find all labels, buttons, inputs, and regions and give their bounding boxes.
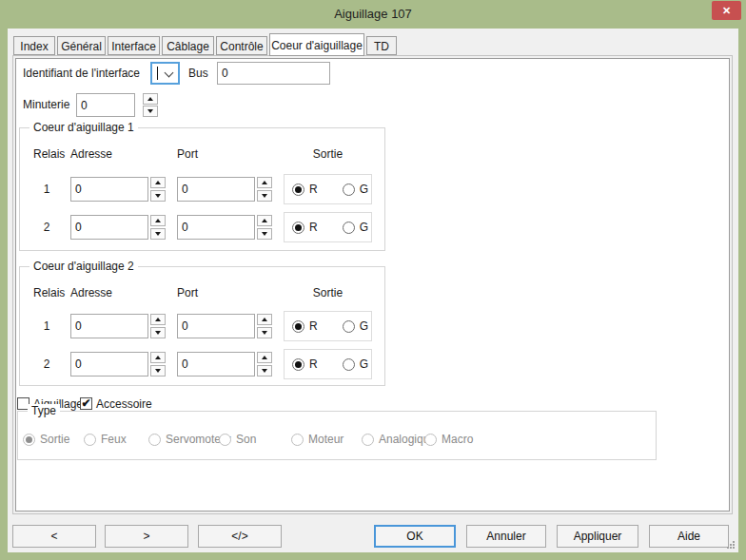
sortie-radio-group: R G — [284, 349, 372, 379]
adresse-spinner[interactable] — [150, 215, 166, 240]
relais-row: 2 R — [20, 352, 384, 377]
relais-number: 1 — [39, 177, 54, 202]
nav-code-button[interactable]: </> — [198, 525, 282, 548]
adresse-spinner[interactable] — [150, 314, 166, 338]
help-button[interactable]: Aide — [649, 525, 729, 548]
port-input[interactable] — [177, 177, 255, 202]
cancel-button[interactable]: Annuler — [466, 525, 546, 548]
spinner-down-icon[interactable] — [257, 190, 272, 202]
sortie-radio-group: R G — [284, 311, 372, 341]
ok-button[interactable]: OK — [374, 525, 456, 548]
port-input[interactable] — [177, 314, 255, 338]
spinner-down-icon[interactable] — [257, 327, 272, 338]
radio-r[interactable]: R — [292, 357, 318, 371]
spinner-down-icon[interactable] — [143, 106, 158, 117]
port-input[interactable] — [177, 352, 255, 377]
spinner-down-icon[interactable] — [257, 365, 272, 377]
apply-button[interactable]: Appliquer — [557, 525, 638, 548]
radio-r-label: R — [309, 319, 318, 333]
radio-type-moteur: Moteur — [291, 433, 344, 446]
relais-number: 2 — [39, 215, 54, 240]
group-coeur-aiguillage-1: Coeur d'aiguillage 1 Relais Adresse Port… — [19, 127, 385, 251]
relais-row: 1 R — [20, 314, 384, 338]
adresse-input[interactable] — [70, 215, 148, 240]
adresse-spinner[interactable] — [150, 177, 166, 202]
spinner-up-icon[interactable] — [257, 352, 272, 363]
checkbox-accessoire[interactable]: ✔ Accessoire — [80, 396, 152, 411]
interface-id-label: Identifiant de l'interface — [23, 62, 140, 85]
group-coeur-aiguillage-2: Coeur d'aiguillage 2 Relais Adresse Port… — [19, 266, 385, 386]
spinner-up-icon[interactable] — [150, 215, 166, 226]
checkbox-label: Accessoire — [96, 397, 152, 411]
radio-g-label: G — [360, 357, 368, 371]
spinner-down-icon[interactable] — [150, 228, 166, 240]
tab-general[interactable]: Général — [57, 36, 106, 55]
radio-g[interactable]: G — [343, 221, 368, 234]
radio-checked-icon — [23, 434, 35, 446]
radio-g[interactable]: G — [343, 357, 368, 371]
header-adresse: Adresse — [70, 286, 112, 299]
adresse-input[interactable] — [70, 314, 148, 338]
radio-checked-icon — [292, 222, 304, 234]
spinner-up-icon[interactable] — [143, 93, 158, 105]
group-type: Type Sortie Feux Servomoteur Son — [17, 411, 657, 460]
close-button[interactable]: ✕ — [712, 1, 741, 20]
radio-unchecked-icon — [424, 434, 437, 446]
radio-r-label: R — [309, 357, 318, 371]
radio-unchecked-icon — [343, 222, 355, 234]
radio-r[interactable]: R — [292, 183, 318, 196]
spinner-up-icon[interactable] — [150, 352, 166, 363]
tab-cablage[interactable]: Câblage — [162, 36, 214, 55]
header-port: Port — [177, 147, 198, 161]
spinner-up-icon[interactable] — [257, 177, 272, 188]
chevron-down-icon — [165, 68, 174, 78]
radio-type-feux: Feux — [84, 433, 127, 446]
adresse-spinner[interactable] — [150, 352, 166, 377]
port-input[interactable] — [177, 215, 255, 240]
spinner-down-icon[interactable] — [150, 365, 166, 377]
tab-controle[interactable]: Contrôle — [216, 36, 267, 55]
radio-g[interactable]: G — [343, 183, 368, 196]
radio-r-label: R — [309, 221, 318, 234]
nav-back-button[interactable]: < — [12, 525, 96, 548]
port-spinner[interactable] — [257, 352, 272, 377]
spinner-up-icon[interactable] — [150, 314, 166, 325]
nav-forward-button[interactable]: > — [105, 525, 188, 548]
tab-coeur-aiguillage[interactable]: Coeur d'aiguillage — [269, 33, 364, 56]
port-spinner[interactable] — [257, 314, 272, 338]
radio-g[interactable]: G — [343, 319, 368, 333]
spinner-up-icon[interactable] — [150, 177, 166, 188]
resize-grip[interactable] — [733, 541, 735, 543]
interface-id-combobox[interactable] — [150, 62, 180, 85]
dialog-client: Index Général Interface Câblage Contrôle… — [8, 29, 738, 552]
radio-r[interactable]: R — [292, 221, 318, 234]
port-spinner[interactable] — [257, 177, 272, 202]
tab-interface[interactable]: Interface — [108, 36, 160, 55]
radio-g-label: G — [360, 221, 368, 234]
minuterie-input[interactable] — [76, 93, 135, 117]
radio-checked-icon — [292, 358, 304, 371]
radio-type-sortie: Sortie — [23, 433, 69, 446]
spinner-up-icon[interactable] — [257, 215, 272, 226]
radio-r[interactable]: R — [292, 319, 318, 333]
bus-input[interactable] — [217, 62, 330, 85]
header-relais: Relais — [33, 147, 65, 161]
port-spinner[interactable] — [257, 215, 272, 240]
radio-label: Feux — [101, 433, 127, 446]
adresse-input[interactable] — [70, 177, 148, 202]
radio-type-macro: Macro — [424, 433, 473, 446]
spinner-down-icon[interactable] — [150, 190, 166, 202]
spinner-down-icon[interactable] — [150, 327, 166, 338]
adresse-input[interactable] — [70, 352, 148, 377]
spinner-up-icon[interactable] — [257, 314, 272, 325]
header-sortie: Sortie — [284, 147, 372, 161]
minuterie-spinner[interactable] — [143, 93, 158, 117]
tab-td[interactable]: TD — [366, 36, 397, 55]
radio-unchecked-icon — [343, 358, 355, 371]
radio-unchecked-icon — [343, 183, 355, 196]
tab-index[interactable]: Index — [13, 36, 55, 55]
radio-checked-icon — [292, 183, 304, 196]
close-icon: ✕ — [722, 5, 731, 17]
spinner-down-icon[interactable] — [257, 228, 272, 240]
relais-number: 2 — [39, 352, 54, 377]
